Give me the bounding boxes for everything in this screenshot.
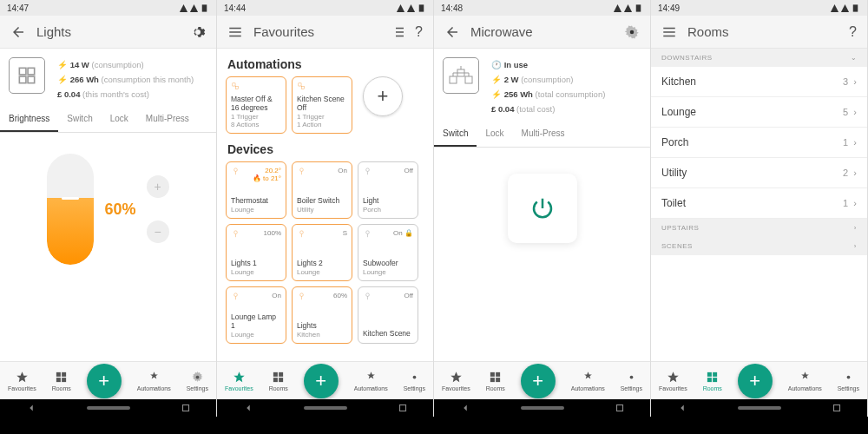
nav-favourites[interactable]: Favourites xyxy=(225,371,253,391)
nav-favourites[interactable]: Favourites xyxy=(8,371,36,391)
tab-brightness[interactable]: Brightness xyxy=(0,107,58,132)
tab-multipress[interactable]: Multi-Press xyxy=(137,107,198,132)
help-icon[interactable]: ? xyxy=(415,24,423,40)
room-row[interactable]: Porch1 › xyxy=(651,128,867,158)
tab-switch[interactable]: Switch xyxy=(58,107,101,132)
device-card[interactable]: OnBoiler SwitchUtility xyxy=(292,161,352,219)
tab-multipress[interactable]: Multi-Press xyxy=(513,122,574,147)
minus-button[interactable]: − xyxy=(147,220,169,243)
device-card[interactable]: On 🔒SubwooferLounge xyxy=(358,224,418,281)
svg-rect-2 xyxy=(28,68,35,75)
svg-point-29 xyxy=(412,375,416,378)
svg-rect-42 xyxy=(853,4,858,11)
fab-add[interactable]: + xyxy=(738,364,773,398)
svg-rect-46 xyxy=(713,378,717,382)
screen-lights: 14:47 Lights ⚡ 14 W (consumption) ⚡ 266 … xyxy=(0,0,217,417)
svg-rect-0 xyxy=(202,4,207,11)
back-sys-icon[interactable] xyxy=(25,402,37,414)
svg-rect-14 xyxy=(299,83,301,86)
svg-rect-44 xyxy=(713,372,717,376)
list-icon[interactable] xyxy=(391,24,406,40)
automations-header: Automations xyxy=(217,49,433,76)
nav-settings[interactable]: Settings xyxy=(838,371,859,391)
device-card[interactable]: 60%LightsKitchen xyxy=(292,286,352,344)
stats-block: ⚡ 14 W (consumption) ⚡ 266 Wh (consumpti… xyxy=(57,57,194,102)
back-icon[interactable] xyxy=(444,24,460,40)
room-row[interactable]: Lounge5 › xyxy=(651,97,867,128)
plus-button[interactable]: + xyxy=(147,175,169,198)
nav-automations[interactable]: Automations xyxy=(571,371,605,391)
fab-add[interactable]: + xyxy=(304,364,339,398)
nav-settings[interactable]: Settings xyxy=(187,371,208,391)
recent-sys-icon[interactable] xyxy=(180,402,192,414)
room-group-header[interactable]: DOWNSTAIRS⌄ xyxy=(651,49,867,67)
svg-rect-27 xyxy=(273,378,278,382)
tab-lock[interactable]: Lock xyxy=(477,122,512,147)
svg-rect-25 xyxy=(273,372,278,376)
device-card[interactable]: OffLightPorch xyxy=(358,161,418,219)
svg-point-19 xyxy=(234,231,238,234)
fab-add[interactable]: + xyxy=(87,364,122,398)
nav-settings[interactable]: Settings xyxy=(621,371,642,391)
svg-rect-3 xyxy=(19,76,26,83)
tab-switch[interactable]: Switch xyxy=(434,122,477,147)
page-title: Microwave xyxy=(470,24,624,39)
nav-automations[interactable]: Automations xyxy=(788,371,822,391)
help-icon[interactable]: ? xyxy=(849,24,857,40)
gear-icon[interactable] xyxy=(624,24,640,40)
bottom-nav: Favourites Rooms + Automations Settings xyxy=(0,361,216,399)
device-card[interactable]: 20.2°🔥 to 21°ThermostatLounge xyxy=(226,161,286,219)
svg-rect-36 xyxy=(490,372,495,376)
svg-point-16 xyxy=(234,168,238,172)
room-row[interactable]: Kitchen3 › xyxy=(651,67,867,97)
device-card[interactable]: SLights 2Lounge xyxy=(292,224,352,281)
device-card[interactable]: OnLounge Lamp 1Lounge xyxy=(226,286,286,344)
add-automation-button[interactable]: + xyxy=(363,76,403,116)
room-group-header[interactable]: SCENES› xyxy=(651,237,867,255)
tab-lock[interactable]: Lock xyxy=(102,107,137,132)
page-title: Favourites xyxy=(253,24,391,39)
page-title: Lights xyxy=(36,24,190,39)
svg-rect-12 xyxy=(233,83,235,86)
device-type-icon xyxy=(9,57,45,94)
nav-rooms[interactable]: Rooms xyxy=(269,371,288,391)
device-type-icon xyxy=(443,57,479,94)
automation-card[interactable]: Master Off & 16 degrees1 Trigger8 Action… xyxy=(226,76,286,134)
screen-microwave: 14:48 Microwave 🕐 In use ⚡ 2 W (consumpt… xyxy=(434,0,651,417)
svg-point-24 xyxy=(366,293,370,297)
svg-point-17 xyxy=(300,168,304,172)
automation-card[interactable]: Kitchen Scene Off1 Trigger1 Action xyxy=(292,76,352,134)
gear-icon[interactable] xyxy=(190,24,206,40)
power-button[interactable] xyxy=(508,174,577,243)
home-pill[interactable] xyxy=(87,406,130,410)
svg-rect-6 xyxy=(62,372,66,376)
svg-point-20 xyxy=(300,231,304,234)
svg-point-21 xyxy=(366,231,370,234)
svg-point-22 xyxy=(234,293,238,297)
svg-rect-33 xyxy=(450,76,457,83)
nav-automations[interactable]: Automations xyxy=(137,371,171,391)
menu-icon[interactable] xyxy=(227,24,243,40)
back-icon[interactable] xyxy=(10,24,26,40)
menu-icon[interactable] xyxy=(661,24,677,40)
nav-settings[interactable]: Settings xyxy=(404,371,425,391)
nav-rooms[interactable]: Rooms xyxy=(52,371,71,391)
svg-rect-31 xyxy=(636,4,641,11)
nav-favourites[interactable]: Favourites xyxy=(659,371,687,391)
svg-rect-37 xyxy=(496,372,500,376)
device-card[interactable]: 100%Lights 1Lounge xyxy=(226,224,286,281)
status-bar: 14:47 xyxy=(0,0,216,16)
nav-rooms[interactable]: Rooms xyxy=(703,371,722,391)
nav-rooms[interactable]: Rooms xyxy=(486,371,505,391)
svg-rect-1 xyxy=(19,68,26,75)
fab-add[interactable]: + xyxy=(521,364,556,398)
brightness-slider[interactable] xyxy=(47,154,94,265)
nav-favourites[interactable]: Favourites xyxy=(442,371,470,391)
device-card[interactable]: OffKitchen Scene xyxy=(358,286,418,344)
brightness-value: 60% xyxy=(104,201,135,219)
room-row[interactable]: Toilet1 › xyxy=(651,188,867,219)
svg-rect-48 xyxy=(833,405,839,411)
room-row[interactable]: Utility2 › xyxy=(651,158,867,188)
room-group-header[interactable]: UPSTAIRS› xyxy=(651,219,867,237)
nav-automations[interactable]: Automations xyxy=(354,371,388,391)
